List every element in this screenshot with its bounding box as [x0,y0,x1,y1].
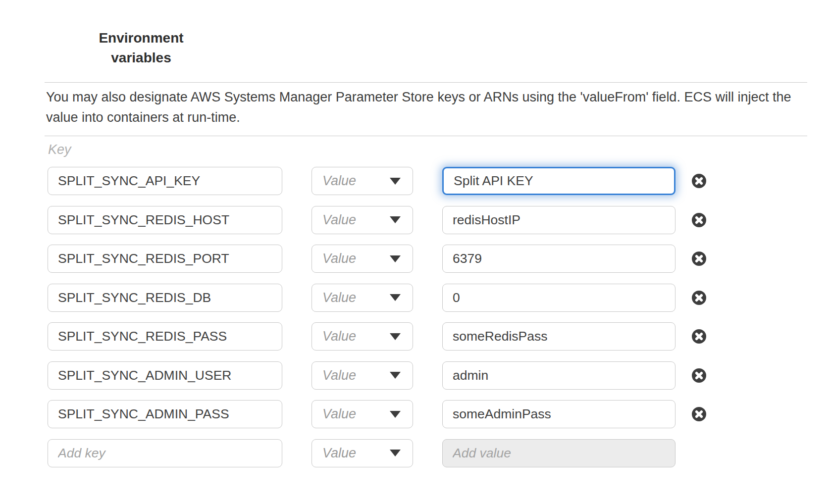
add-value-input [442,439,675,467]
env-key-input[interactable] [48,245,282,273]
value-type-dropdown[interactable]: Value [312,322,413,351]
chevron-down-icon [390,333,401,340]
env-key-input[interactable] [48,361,282,390]
chevron-down-icon [390,255,401,262]
env-var-row: Value [0,206,831,234]
divider-top [45,82,807,83]
value-type-label: Value [322,173,356,189]
value-type-label: Value [322,368,356,383]
ecs-environment-variables-form: Environment variables You may also desig… [0,0,831,504]
value-type-dropdown[interactable]: Value [312,361,413,390]
value-type-dropdown[interactable]: Value [312,206,413,234]
env-value-input[interactable] [442,361,675,390]
add-env-var-row: Value [0,439,831,467]
env-key-input[interactable] [48,167,282,195]
value-type-dropdown[interactable]: Value [312,400,413,428]
key-column-header: Key [48,142,71,157]
chevron-down-icon [390,294,401,301]
chevron-down-icon [390,372,401,379]
delete-row-button[interactable] [692,407,706,421]
chevron-down-icon [390,178,401,185]
env-var-row: Value [0,167,831,195]
delete-row-button[interactable] [692,329,706,344]
chevron-down-icon [390,216,401,223]
delete-row-button[interactable] [692,252,706,266]
env-var-row: Value [0,322,831,351]
delete-row-button[interactable] [692,174,706,188]
env-value-input[interactable] [442,245,675,273]
x-circle-icon [692,368,706,383]
value-type-label: Value [322,329,356,344]
value-type-label: Value [322,251,356,266]
env-var-row: Value [0,284,831,312]
value-type-label: Value [322,446,356,461]
parameter-store-description: You may also designate AWS Systems Manag… [46,87,805,128]
value-type-dropdown[interactable]: Value [312,167,413,195]
value-type-label: Value [322,290,356,305]
env-value-input[interactable] [442,400,675,428]
value-type-label: Value [322,406,356,422]
value-type-dropdown[interactable]: Value [312,439,413,467]
value-type-dropdown[interactable]: Value [312,245,413,273]
delete-row-button[interactable] [692,213,706,227]
x-circle-icon [692,252,706,266]
env-value-input[interactable] [442,322,675,351]
x-circle-icon [692,174,706,188]
env-key-input[interactable] [48,400,282,428]
value-type-label: Value [322,212,356,228]
x-circle-icon [692,213,706,227]
x-circle-icon [692,407,706,421]
env-value-input[interactable] [442,206,675,234]
x-circle-icon [692,329,706,344]
divider-bottom [45,136,807,136]
env-key-input[interactable] [48,284,282,312]
value-type-dropdown[interactable]: Value [312,284,413,312]
env-var-row: Value [0,361,831,390]
env-var-row: Value [0,400,831,428]
env-value-input[interactable] [442,284,675,312]
delete-row-button[interactable] [692,368,706,383]
chevron-down-icon [390,450,401,456]
env-key-input[interactable] [48,322,282,351]
env-key-input[interactable] [48,206,282,234]
x-circle-icon [692,291,706,305]
env-var-rows: Value Value Value [0,167,831,478]
env-value-input[interactable] [442,167,675,195]
env-var-row: Value [0,245,831,273]
environment-variables-label: Environment variables [92,28,191,68]
delete-row-button[interactable] [692,291,706,305]
chevron-down-icon [390,411,401,418]
add-key-input[interactable] [48,439,282,467]
